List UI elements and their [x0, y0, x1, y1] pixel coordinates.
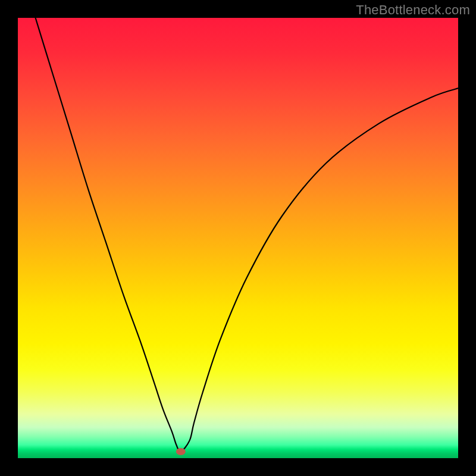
plot-area: [18, 18, 458, 458]
chart-frame: TheBottleneck.com: [0, 0, 476, 476]
bottleneck-curve-svg: [18, 18, 458, 458]
watermark-text: TheBottleneck.com: [356, 2, 470, 18]
bottleneck-curve: [36, 18, 458, 452]
optimum-marker: [176, 448, 186, 455]
